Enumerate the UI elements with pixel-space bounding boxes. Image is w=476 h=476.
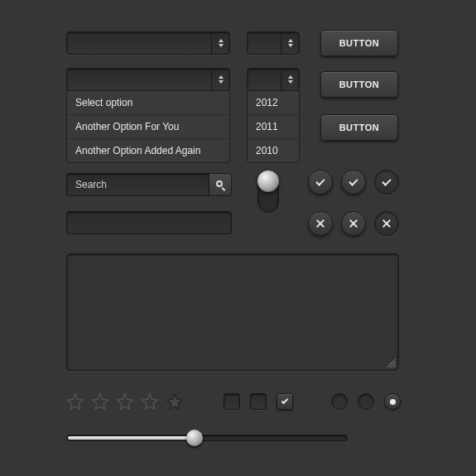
- chevron-updown-icon: [281, 69, 299, 90]
- select-main-2-dropdown: Select option Another Option For You Ano…: [66, 90, 230, 163]
- radio-3[interactable]: [384, 393, 401, 410]
- x-icon: [315, 219, 325, 228]
- x-circle-1[interactable]: [308, 211, 333, 236]
- select-option[interactable]: 2012: [248, 91, 299, 115]
- star-3[interactable]: [116, 392, 134, 411]
- select-main-2[interactable]: [66, 68, 230, 91]
- checkbox-2[interactable]: [250, 393, 267, 410]
- star-rating: [66, 392, 184, 411]
- search-wrap: [66, 173, 232, 196]
- x-icon: [382, 219, 392, 228]
- x-icon: [349, 219, 358, 228]
- chevron-updown-icon: [281, 32, 299, 54]
- radio-2[interactable]: [358, 393, 374, 410]
- select-year-2-dropdown: 2012 2011 2010: [247, 90, 300, 163]
- search-icon: [216, 180, 225, 190]
- check-icon: [349, 176, 358, 185]
- x-circle-2[interactable]: [341, 211, 366, 236]
- toggle-knob[interactable]: [257, 171, 279, 192]
- check-icon: [315, 176, 325, 185]
- chevron-updown-icon: [211, 69, 229, 90]
- select-option[interactable]: Select option: [67, 91, 229, 115]
- chevron-updown-icon: [211, 32, 229, 54]
- check-circle-2[interactable]: [341, 170, 366, 195]
- x-circle-3[interactable]: [374, 211, 399, 236]
- button-2[interactable]: BUTTON: [320, 71, 398, 98]
- check-icon: [281, 397, 288, 403]
- select-year-2[interactable]: [247, 68, 300, 91]
- star-2[interactable]: [91, 392, 109, 411]
- select-option[interactable]: 2010: [248, 139, 299, 162]
- button-3[interactable]: BUTTON: [320, 114, 398, 141]
- checkbox-3[interactable]: [276, 393, 293, 410]
- check-circle-3[interactable]: [374, 170, 399, 195]
- button-1[interactable]: BUTTON: [320, 30, 398, 56]
- select-main-1[interactable]: [66, 31, 230, 55]
- select-option[interactable]: 2011: [248, 115, 299, 139]
- checkbox-1[interactable]: [224, 393, 240, 410]
- text-input[interactable]: [66, 211, 232, 234]
- slider-thumb[interactable]: [186, 430, 203, 446]
- radio-1[interactable]: [331, 393, 348, 410]
- search-input[interactable]: [66, 173, 209, 196]
- check-icon: [382, 176, 391, 185]
- slider[interactable]: [66, 435, 348, 441]
- textarea[interactable]: [66, 253, 399, 371]
- star-5[interactable]: [166, 392, 184, 411]
- search-button[interactable]: [209, 173, 232, 196]
- select-option[interactable]: Another Option For You: [67, 115, 229, 139]
- slider-fill: [68, 436, 194, 440]
- star-4[interactable]: [141, 392, 159, 411]
- check-circle-1[interactable]: [308, 170, 333, 195]
- radio-dot-icon: [390, 399, 396, 405]
- select-year-1[interactable]: [247, 31, 300, 55]
- star-1[interactable]: [66, 392, 84, 411]
- select-option[interactable]: Another Option Added Again: [67, 139, 229, 162]
